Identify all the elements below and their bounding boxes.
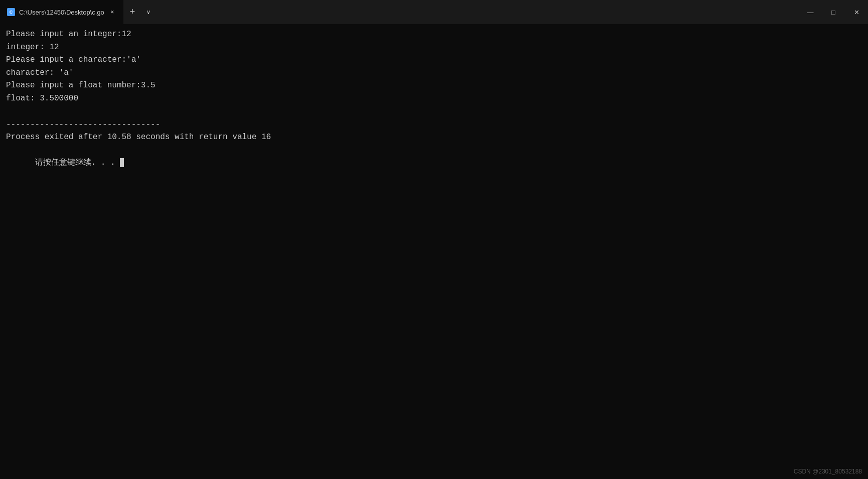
terminal-line-3: Please input a character:'a' <box>6 54 862 67</box>
terminal-line-4: character: 'a' <box>6 67 862 80</box>
watermark: CSDN @2301_80532188 <box>794 468 862 475</box>
terminal-line-8: -------------------------------- <box>6 118 862 132</box>
tab-area: C C:\Users\12450\Desktop\c.go × + ∨ <box>0 0 799 24</box>
window-controls: — □ ✕ <box>799 0 868 24</box>
minimize-button[interactable]: — <box>799 0 822 24</box>
new-tab-button[interactable]: + <box>123 3 141 21</box>
terminal-line-2: integer: 12 <box>6 41 862 54</box>
tab-title: C:\Users\12450\Desktop\c.go <box>19 9 104 16</box>
terminal-line-1: Please input an integer:12 <box>6 28 862 41</box>
terminal-line-5: Please input a float number:3.5 <box>6 79 862 92</box>
terminal-line-10: 请按任意键继续. . . <box>6 144 862 183</box>
terminal-body[interactable]: Please input an integer:12 integer: 12 P… <box>0 24 868 479</box>
terminal-line-6: float: 3.500000 <box>6 92 862 105</box>
tab-icon: C <box>7 8 15 16</box>
maximize-button[interactable]: □ <box>822 0 845 24</box>
terminal-line-9: Process exited after 10.58 seconds with … <box>6 131 862 144</box>
terminal-window: C C:\Users\12450\Desktop\c.go × + ∨ — □ … <box>0 0 868 479</box>
close-button[interactable]: ✕ <box>845 0 868 24</box>
active-tab[interactable]: C C:\Users\12450\Desktop\c.go × <box>0 0 123 24</box>
tab-close-button[interactable]: × <box>108 8 116 16</box>
cursor <box>120 158 124 167</box>
tab-dropdown-button[interactable]: ∨ <box>141 5 156 19</box>
titlebar: C C:\Users\12450\Desktop\c.go × + ∨ — □ … <box>0 0 868 24</box>
terminal-line-7 <box>6 105 862 118</box>
prompt-text: 请按任意键继续. . . <box>35 158 120 167</box>
